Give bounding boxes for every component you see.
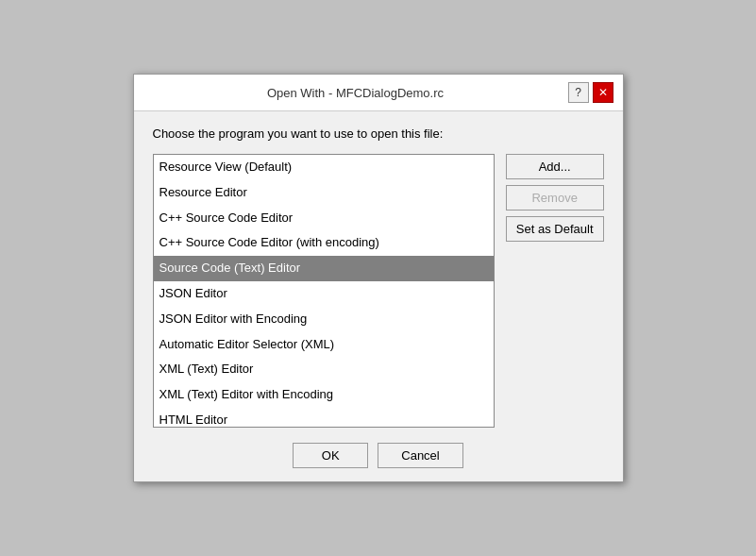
title-bar-controls: ? ✕ <box>568 82 613 103</box>
set-default-button[interactable]: Set as Default <box>506 216 604 242</box>
list-item[interactable]: Automatic Editor Selector (XML) <box>154 332 494 358</box>
list-item[interactable]: C++ Source Code Editor <box>154 206 494 231</box>
ok-button[interactable]: OK <box>293 443 368 468</box>
bottom-buttons: OK Cancel <box>153 443 604 468</box>
prompt-label: Choose the program you want to use to op… <box>153 126 604 141</box>
list-item[interactable]: Resource View (Default) <box>154 155 494 180</box>
close-button[interactable]: ✕ <box>593 82 613 103</box>
list-item[interactable]: JSON Editor <box>154 281 494 307</box>
remove-button[interactable]: Remove <box>506 185 604 211</box>
list-item[interactable]: XML (Text) Editor with Encoding <box>154 382 494 408</box>
title-bar: Open With - MFCDialogDemo.rc ? ✕ <box>134 75 623 111</box>
list-item[interactable]: C++ Source Code Editor (with encoding) <box>154 230 494 256</box>
help-button[interactable]: ? <box>568 82 589 103</box>
list-item[interactable]: XML (Text) Editor <box>154 357 494 382</box>
program-list-container: Resource View (Default)Resource EditorC+… <box>153 154 495 428</box>
dialog-body: Choose the program you want to use to op… <box>134 111 623 481</box>
list-item[interactable]: Resource Editor <box>154 180 494 206</box>
add-button[interactable]: Add... <box>506 154 604 179</box>
list-item[interactable]: JSON Editor with Encoding <box>154 307 494 332</box>
cancel-button[interactable]: Cancel <box>378 443 462 468</box>
list-item[interactable]: Source Code (Text) Editor <box>154 256 494 281</box>
main-content: Resource View (Default)Resource EditorC+… <box>153 154 604 428</box>
side-buttons: Add... Remove Set as Default <box>506 154 604 428</box>
program-list[interactable]: Resource View (Default)Resource EditorC+… <box>154 155 494 427</box>
open-with-dialog: Open With - MFCDialogDemo.rc ? ✕ Choose … <box>133 74 624 482</box>
dialog-title: Open With - MFCDialogDemo.rc <box>143 86 568 100</box>
list-item[interactable]: HTML Editor <box>154 408 494 427</box>
